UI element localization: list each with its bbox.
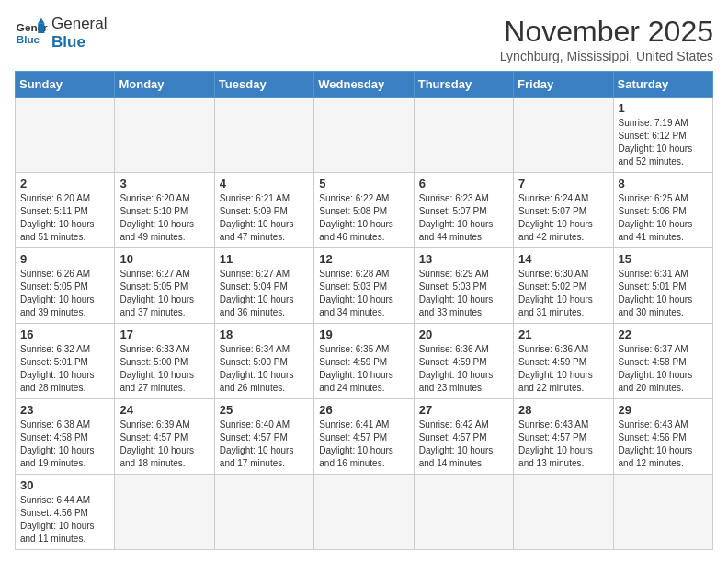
- day-info: Sunrise: 6:20 AM Sunset: 5:10 PM Dayligh…: [119, 192, 209, 244]
- calendar-day-cell: [514, 475, 613, 550]
- day-info: Sunrise: 6:20 AM Sunset: 5:11 PM Dayligh…: [20, 192, 109, 244]
- calendar-week-row: 1Sunrise: 7:19 AM Sunset: 6:12 PM Daylig…: [16, 98, 713, 173]
- day-info: Sunrise: 6:43 AM Sunset: 4:57 PM Dayligh…: [518, 419, 608, 470]
- day-number: 25: [220, 403, 309, 417]
- day-info: Sunrise: 6:33 AM Sunset: 5:00 PM Dayligh…: [119, 343, 209, 395]
- calendar-day-cell: 16Sunrise: 6:32 AM Sunset: 5:01 PM Dayli…: [16, 324, 115, 399]
- day-number: 27: [419, 403, 508, 417]
- day-number: 14: [518, 252, 608, 266]
- day-info: Sunrise: 6:26 AM Sunset: 5:05 PM Dayligh…: [20, 268, 109, 319]
- calendar-day-cell: 13Sunrise: 6:29 AM Sunset: 5:03 PM Dayli…: [414, 248, 513, 324]
- day-info: Sunrise: 6:30 AM Sunset: 5:02 PM Dayligh…: [518, 268, 608, 319]
- day-number: 11: [220, 252, 309, 266]
- day-number: 19: [319, 327, 408, 341]
- calendar-day-cell: 25Sunrise: 6:40 AM Sunset: 4:57 PM Dayli…: [214, 399, 313, 475]
- calendar-day-cell: [115, 98, 214, 173]
- calendar-day-cell: 9Sunrise: 6:26 AM Sunset: 5:05 PM Daylig…: [16, 248, 115, 324]
- day-info: Sunrise: 6:42 AM Sunset: 4:57 PM Dayligh…: [419, 419, 508, 470]
- calendar-day-cell: 27Sunrise: 6:42 AM Sunset: 4:57 PM Dayli…: [414, 399, 513, 475]
- day-number: 12: [319, 252, 408, 266]
- calendar-day-cell: 11Sunrise: 6:27 AM Sunset: 5:04 PM Dayli…: [214, 248, 313, 324]
- logo: General Blue General Blue: [15, 15, 107, 52]
- month-title: November 2025: [500, 15, 713, 49]
- calendar-week-row: 9Sunrise: 6:26 AM Sunset: 5:05 PM Daylig…: [16, 248, 713, 324]
- day-number: 20: [419, 327, 508, 341]
- calendar-day-cell: [613, 475, 712, 550]
- logo-general-text: General: [51, 15, 107, 33]
- calendar-day-cell: 15Sunrise: 6:31 AM Sunset: 5:01 PM Dayli…: [613, 248, 712, 324]
- title-block: November 2025 Lynchburg, Mississippi, Un…: [500, 15, 713, 63]
- calendar-week-row: 23Sunrise: 6:38 AM Sunset: 4:58 PM Dayli…: [16, 399, 713, 475]
- calendar-day-cell: 23Sunrise: 6:38 AM Sunset: 4:58 PM Dayli…: [16, 399, 115, 475]
- day-info: Sunrise: 6:44 AM Sunset: 4:56 PM Dayligh…: [20, 494, 109, 546]
- calendar-week-row: 16Sunrise: 6:32 AM Sunset: 5:01 PM Dayli…: [16, 324, 713, 399]
- calendar-day-cell: 1Sunrise: 7:19 AM Sunset: 6:12 PM Daylig…: [613, 98, 712, 173]
- day-info: Sunrise: 6:28 AM Sunset: 5:03 PM Dayligh…: [319, 268, 408, 319]
- day-number: 30: [20, 478, 109, 492]
- day-number: 23: [20, 403, 109, 417]
- calendar-day-cell: 4Sunrise: 6:21 AM Sunset: 5:09 PM Daylig…: [214, 173, 313, 248]
- day-number: 18: [220, 327, 309, 341]
- weekday-header-thursday: Thursday: [414, 72, 513, 98]
- day-number: 22: [619, 327, 708, 341]
- day-info: Sunrise: 6:41 AM Sunset: 4:57 PM Dayligh…: [319, 419, 408, 470]
- day-number: 28: [518, 403, 608, 417]
- weekday-header-sunday: Sunday: [16, 72, 115, 98]
- weekday-header-saturday: Saturday: [613, 72, 712, 98]
- calendar-week-row: 2Sunrise: 6:20 AM Sunset: 5:11 PM Daylig…: [16, 173, 713, 248]
- calendar-day-cell: 21Sunrise: 6:36 AM Sunset: 4:59 PM Dayli…: [514, 324, 613, 399]
- day-number: 16: [20, 327, 109, 341]
- day-number: 2: [20, 177, 109, 190]
- calendar-day-cell: 24Sunrise: 6:39 AM Sunset: 4:57 PM Dayli…: [115, 399, 214, 475]
- calendar-day-cell: [314, 98, 414, 173]
- calendar-day-cell: [514, 98, 613, 173]
- calendar-day-cell: [414, 475, 513, 550]
- logo-icon: General Blue: [15, 17, 48, 50]
- day-number: 6: [419, 177, 508, 190]
- logo-blue-text: Blue: [51, 33, 107, 52]
- day-number: 24: [119, 403, 209, 417]
- page-header: General Blue General Blue November 2025 …: [15, 15, 713, 63]
- day-info: Sunrise: 6:40 AM Sunset: 4:57 PM Dayligh…: [220, 419, 309, 470]
- day-number: 4: [220, 177, 309, 190]
- day-number: 26: [319, 403, 408, 417]
- day-info: Sunrise: 6:27 AM Sunset: 5:05 PM Dayligh…: [119, 268, 209, 319]
- day-info: Sunrise: 6:23 AM Sunset: 5:07 PM Dayligh…: [419, 192, 508, 244]
- calendar-day-cell: 19Sunrise: 6:35 AM Sunset: 4:59 PM Dayli…: [314, 324, 414, 399]
- calendar-day-cell: 30Sunrise: 6:44 AM Sunset: 4:56 PM Dayli…: [16, 475, 115, 550]
- day-info: Sunrise: 6:21 AM Sunset: 5:09 PM Dayligh…: [220, 192, 309, 244]
- day-number: 10: [119, 252, 209, 266]
- day-number: 9: [20, 252, 109, 266]
- calendar-day-cell: 18Sunrise: 6:34 AM Sunset: 5:00 PM Dayli…: [214, 324, 313, 399]
- calendar-day-cell: 8Sunrise: 6:25 AM Sunset: 5:06 PM Daylig…: [613, 173, 712, 248]
- calendar-header-row: SundayMondayTuesdayWednesdayThursdayFrid…: [16, 72, 713, 98]
- day-number: 1: [619, 101, 708, 115]
- calendar-day-cell: 5Sunrise: 6:22 AM Sunset: 5:08 PM Daylig…: [314, 173, 414, 248]
- day-info: Sunrise: 6:34 AM Sunset: 5:00 PM Dayligh…: [220, 343, 309, 395]
- weekday-header-friday: Friday: [514, 72, 613, 98]
- day-number: 8: [619, 177, 708, 190]
- calendar-day-cell: 26Sunrise: 6:41 AM Sunset: 4:57 PM Dayli…: [314, 399, 414, 475]
- day-info: Sunrise: 6:37 AM Sunset: 4:58 PM Dayligh…: [619, 343, 708, 395]
- calendar-day-cell: [16, 98, 115, 173]
- weekday-header-monday: Monday: [115, 72, 214, 98]
- location-text: Lynchburg, Mississippi, United States: [500, 49, 713, 63]
- day-number: 17: [119, 327, 209, 341]
- day-number: 3: [119, 177, 209, 190]
- calendar-day-cell: [414, 98, 513, 173]
- day-number: 21: [518, 327, 608, 341]
- svg-text:Blue: Blue: [17, 33, 40, 45]
- day-number: 29: [619, 403, 708, 417]
- calendar-day-cell: 17Sunrise: 6:33 AM Sunset: 5:00 PM Dayli…: [115, 324, 214, 399]
- day-info: Sunrise: 6:27 AM Sunset: 5:04 PM Dayligh…: [220, 268, 309, 319]
- calendar-day-cell: 14Sunrise: 6:30 AM Sunset: 5:02 PM Dayli…: [514, 248, 613, 324]
- day-number: 13: [419, 252, 508, 266]
- day-info: Sunrise: 6:35 AM Sunset: 4:59 PM Dayligh…: [319, 343, 408, 395]
- calendar-day-cell: [314, 475, 414, 550]
- day-info: Sunrise: 6:36 AM Sunset: 4:59 PM Dayligh…: [419, 343, 508, 395]
- day-info: Sunrise: 6:38 AM Sunset: 4:58 PM Dayligh…: [20, 419, 109, 470]
- day-info: Sunrise: 6:36 AM Sunset: 4:59 PM Dayligh…: [518, 343, 608, 395]
- calendar-day-cell: 20Sunrise: 6:36 AM Sunset: 4:59 PM Dayli…: [414, 324, 513, 399]
- calendar-table: SundayMondayTuesdayWednesdayThursdayFrid…: [15, 71, 713, 550]
- calendar-day-cell: [214, 475, 313, 550]
